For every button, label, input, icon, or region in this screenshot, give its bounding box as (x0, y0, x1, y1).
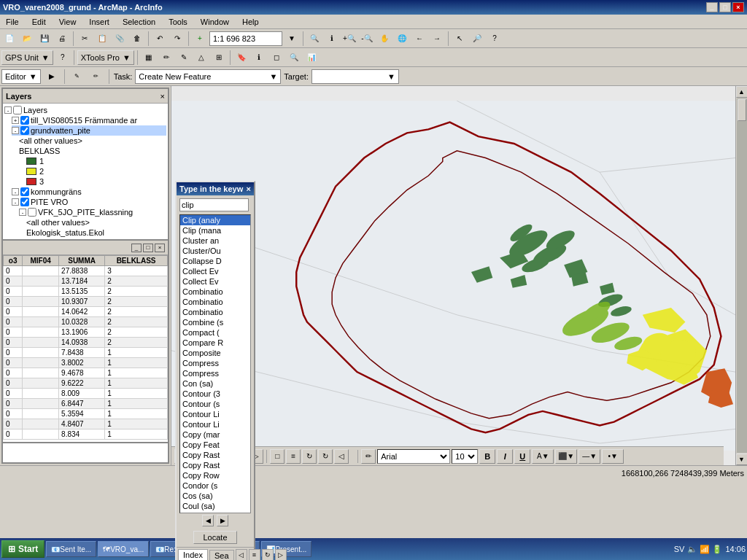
layer-pitevro[interactable]: - PITE VRO (12, 197, 166, 207)
font-color-btn[interactable]: A▼ (532, 449, 554, 464)
map-btn3[interactable]: ↻ (302, 449, 317, 464)
edit-tool-btn[interactable]: ✎ (69, 69, 85, 85)
next-extent-btn[interactable]: → (429, 31, 445, 47)
layer-belklass[interactable]: BELKLASS (19, 146, 166, 156)
bookmark-btn[interactable]: 🔖 (233, 50, 249, 66)
map-btn2[interactable]: ≡ (286, 449, 301, 464)
select2-btn[interactable]: ◻ (268, 50, 285, 66)
pan-btn[interactable]: ✋ (376, 31, 392, 47)
cb-vfk[interactable] (28, 208, 36, 217)
layer-viss[interactable]: + till_VIS080515 Främmande ar (12, 115, 166, 125)
identify-btn[interactable]: ℹ (324, 31, 340, 47)
layer-bel3[interactable]: 3 (26, 176, 166, 187)
expand-komm[interactable]: - (12, 188, 19, 195)
scroll-up-btn[interactable]: ◀ (202, 515, 214, 526)
undo-btn[interactable]: ↶ (152, 31, 168, 47)
tab-icon-4[interactable]: ▷ (275, 549, 287, 560)
map-area[interactable]: ◁ Index Sea ◁ ▷ □ ≡ ↻ ↻ ◁ ✏ Arial 10 B I… (171, 86, 735, 465)
search-item-19[interactable]: Contour Li (180, 409, 250, 419)
menu-edit[interactable]: Edit (29, 17, 49, 27)
task-dropdown-icon[interactable]: ▼ (269, 72, 277, 81)
gps-unit-btn[interactable]: GPS Unit ▼ (1, 50, 53, 65)
close-button[interactable]: × (732, 2, 744, 12)
map-btn1[interactable]: □ (270, 449, 285, 464)
expand-root[interactable]: - (4, 106, 12, 114)
taskbar-item-0[interactable]: 📧 Sent Ite... (46, 541, 96, 557)
menu-file[interactable]: File (3, 17, 22, 27)
search-item-5[interactable]: Collect Ev (180, 266, 250, 276)
locate-button[interactable]: Locate (193, 531, 236, 544)
attr-minimize-btn[interactable]: _ (131, 244, 142, 252)
redo-btn[interactable]: ↷ (169, 31, 185, 47)
menu-tools[interactable]: Tools (166, 17, 190, 27)
layer-group-root[interactable]: - Layers (4, 105, 166, 115)
search-item-18[interactable]: Contour (s (180, 399, 250, 409)
start-button[interactable]: ⊞ Start (1, 540, 44, 558)
task-dropdown[interactable]: Create New Feature ▼ (135, 69, 281, 84)
search-item-4[interactable]: Collapse D (180, 256, 250, 266)
layer-bel2[interactable]: 2 (26, 166, 166, 176)
map-btn4[interactable]: ↻ (318, 449, 333, 464)
info-btn[interactable]: ℹ (251, 50, 267, 66)
menu-help[interactable]: Help (239, 17, 262, 27)
layer-allother2[interactable]: <all other values> (26, 217, 166, 228)
tab-search[interactable]: Sea (209, 550, 234, 561)
map-draw-btn[interactable]: ✏ (361, 449, 376, 464)
print-btn[interactable]: 🖨 (54, 31, 70, 47)
add-data-btn[interactable]: + (192, 31, 208, 47)
cb-grundvatten[interactable] (20, 126, 29, 135)
target-dropdown[interactable]: ▼ (311, 69, 399, 84)
search-item-23[interactable]: Copy Rast (180, 450, 250, 460)
expand-viss[interactable]: + (12, 117, 19, 124)
tab-icon-1[interactable]: ◁ (236, 549, 247, 560)
map-scroll-left[interactable]: ◁ (334, 449, 349, 464)
cb-komm[interactable] (20, 187, 29, 196)
edit-start-btn[interactable]: ▶ (44, 69, 60, 85)
tips-btn[interactable]: ? (487, 31, 503, 47)
magnify-btn[interactable]: 🔍 (306, 31, 322, 47)
gps-dropdown-icon[interactable]: ▼ (42, 53, 50, 62)
prev-extent-btn[interactable]: ← (411, 31, 427, 47)
layer-allother1[interactable]: <all other values> (19, 136, 166, 146)
highlight-btn[interactable]: ⬛▼ (555, 449, 577, 464)
vertex-btn[interactable]: △ (193, 50, 209, 66)
snap-btn[interactable]: ⊞ (211, 50, 227, 66)
attr-btn[interactable]: 📊 (303, 50, 320, 66)
search-item-14[interactable]: Compress (180, 358, 250, 368)
search-item-7[interactable]: Combinatio (180, 287, 250, 297)
taskbar-item-1[interactable]: 🗺 VRO_va... (98, 541, 149, 557)
scale-dropdown[interactable]: ▼ (284, 31, 300, 47)
cb-root[interactable] (13, 106, 22, 114)
search-item-12[interactable]: Compare R (180, 338, 250, 348)
point-btn[interactable]: •▼ (602, 449, 624, 464)
search-list[interactable]: Clip (analy Clip (mana Cluster an Cluste… (179, 214, 251, 513)
menu-view[interactable]: View (56, 17, 80, 27)
attr-close-btn[interactable]: × (155, 244, 165, 252)
edit2-btn[interactable]: ✎ (176, 50, 192, 66)
xtools-dropdown-icon[interactable]: ▼ (123, 53, 131, 62)
search-item-21[interactable]: Copy (mar (180, 429, 250, 440)
tab-icon-3[interactable]: ↻ (262, 549, 274, 560)
editor-btn[interactable]: Editor ▼ (1, 69, 41, 84)
search-item-26[interactable]: Condor (s (180, 481, 250, 491)
new-btn[interactable]: 📄 (1, 31, 18, 47)
search-item-17[interactable]: Contour (3 (180, 389, 250, 399)
edit2-tool-btn[interactable]: ✏ (88, 69, 104, 85)
layer-grundvatten[interactable]: - grundvatten_pite (12, 125, 166, 136)
layer-ekolstatus[interactable]: Ekologisk_status.Ekol (26, 228, 166, 238)
delete-btn[interactable]: 🗑 (129, 31, 145, 47)
tab-index[interactable]: Index (178, 549, 208, 560)
search-item-0[interactable]: Clip (analy (180, 215, 250, 225)
search-item-2[interactable]: Cluster an (180, 236, 250, 246)
find-btn[interactable]: 🔎 (469, 31, 485, 47)
paste-btn[interactable]: 📎 (112, 31, 128, 47)
editor-dropdown-icon[interactable]: ▼ (29, 72, 37, 81)
search-item-8[interactable]: Combinatio (180, 297, 250, 307)
scroll-down-arrow[interactable]: ▼ (736, 454, 748, 465)
attr-restore-btn[interactable]: □ (143, 244, 153, 252)
search-item-6[interactable]: Collect Ev (180, 276, 250, 287)
expand-vfk[interactable]: - (19, 209, 26, 216)
save-btn[interactable]: 💾 (36, 31, 53, 47)
search-input[interactable] (179, 198, 249, 211)
italic-btn[interactable]: I (497, 449, 513, 464)
